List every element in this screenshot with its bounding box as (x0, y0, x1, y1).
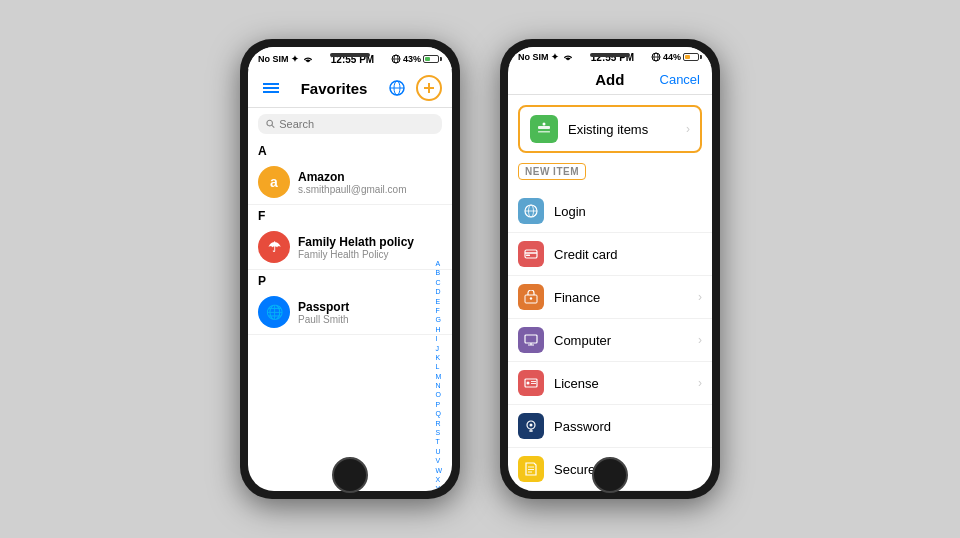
hamburger-icon (263, 82, 279, 94)
svg-point-31 (527, 382, 530, 385)
existing-icon (530, 115, 558, 143)
wifi-icon-2 (562, 53, 574, 62)
status-bar-1: No SIM ✦ 12:55 PM 43% (248, 47, 452, 69)
status-right-1: 43% (391, 54, 442, 64)
new-item-badge: NEW ITEM (518, 163, 586, 180)
search-input[interactable] (279, 118, 434, 130)
finance-chevron: › (698, 290, 702, 304)
status-left-2: No SIM ✦ (518, 52, 574, 62)
menu-item-password[interactable]: Password (508, 405, 712, 448)
svg-rect-17 (538, 131, 550, 133)
passport-sub: Paull Smith (298, 314, 442, 325)
wifi-icon (302, 55, 314, 64)
svg-point-11 (267, 120, 273, 126)
family-title: Family Helath policy (298, 235, 442, 249)
svg-rect-24 (526, 255, 530, 257)
login-icon (518, 198, 544, 224)
amazon-title: Amazon (298, 170, 442, 184)
status-left-1: No SIM ✦ (258, 54, 314, 64)
existing-chevron: › (686, 122, 690, 136)
creditcard-label: Credit card (554, 247, 702, 262)
home-button-1[interactable] (332, 457, 368, 493)
computer-chevron: › (698, 333, 702, 347)
battery-percent-2: 44% (663, 52, 681, 62)
menu-item-finance[interactable]: Finance › (508, 276, 712, 319)
securenote-label: Secure note (554, 462, 702, 477)
existing-label: Existing items (568, 122, 686, 137)
new-item-section: NEW ITEM (518, 161, 702, 184)
list-item-passport[interactable]: 🌐 Passport Paull Smith (248, 290, 452, 335)
status-time-1: 12:55 PM (331, 54, 374, 65)
computer-icon (518, 327, 544, 353)
finance-label: Finance (554, 290, 688, 305)
section-header-f: F (248, 205, 452, 225)
license-label: License (554, 376, 688, 391)
status-right-2: 44% (651, 52, 702, 62)
search-icon (266, 119, 275, 129)
section-header-a: A (248, 140, 452, 160)
globe-small-icon (391, 54, 401, 64)
menu-item-creditcard[interactable]: Credit card (508, 233, 712, 276)
status-bar-2: No SIM ✦ 12:55 PM 44% (508, 47, 712, 65)
status-time-2: 12:55 PM (591, 52, 634, 63)
nav-bar-1: Favorites (248, 69, 452, 108)
amazon-sub: s.smithpaull@gmail.com (298, 184, 442, 195)
creditcard-icon (518, 241, 544, 267)
avatar-passport: 🌐 (258, 296, 290, 328)
globe-small-icon-2 (651, 52, 661, 62)
license-icon (518, 370, 544, 396)
menu-item-login[interactable]: Login (508, 190, 712, 233)
phone1: No SIM ✦ 12:55 PM 43% (240, 39, 460, 499)
cancel-button[interactable]: Cancel (660, 72, 700, 87)
favorites-title: Favorites (301, 80, 368, 97)
plus-icon (423, 82, 435, 94)
menu-item-license[interactable]: License › (508, 362, 712, 405)
avatar-family: ☂ (258, 231, 290, 263)
menu-item-computer[interactable]: Computer › (508, 319, 712, 362)
no-sim-text: No SIM ✦ (258, 54, 299, 64)
existing-items-icon (536, 121, 552, 137)
password-label: Password (554, 419, 702, 434)
battery-icon-2 (683, 53, 702, 61)
license-chevron: › (698, 376, 702, 390)
svg-point-26 (530, 297, 532, 299)
globe-nav-icon (389, 80, 405, 96)
computer-label: Computer (554, 333, 688, 348)
family-sub: Family Health Policy (298, 249, 442, 260)
add-title: Add (595, 71, 624, 88)
svg-rect-16 (538, 126, 550, 129)
phone2: No SIM ✦ 12:55 PM 44% (500, 39, 720, 499)
avatar-amazon: a (258, 166, 290, 198)
section-header-p: P (248, 270, 452, 290)
alpha-index[interactable]: A B C D E F G H I J K L M N O P Q (435, 260, 442, 491)
svg-rect-22 (525, 250, 537, 258)
battery-icon-1 (423, 55, 442, 63)
svg-line-12 (272, 125, 274, 127)
finance-icon (518, 284, 544, 310)
list-item-family[interactable]: ☂ Family Helath policy Family Health Pol… (248, 225, 452, 270)
svg-point-35 (530, 424, 533, 427)
globe-button[interactable] (384, 75, 410, 101)
nav-icons-1 (384, 75, 442, 101)
favorites-list: A a Amazon s.smithpaull@gmail.com F ☂ (248, 140, 452, 491)
passport-title: Passport (298, 300, 442, 314)
menu-button[interactable] (258, 75, 284, 101)
home-button-2[interactable] (592, 457, 628, 493)
password-icon (518, 413, 544, 439)
list-item-amazon[interactable]: a Amazon s.smithpaull@gmail.com (248, 160, 452, 205)
svg-rect-27 (525, 335, 537, 343)
menu-list: Login Credit card (508, 190, 712, 491)
add-button[interactable] (416, 75, 442, 101)
securenote-icon (518, 456, 544, 482)
login-label: Login (554, 204, 702, 219)
battery-percent-1: 43% (403, 54, 421, 64)
existing-items-row[interactable]: Existing items › (518, 105, 702, 153)
nav-bar-2: Add Cancel (508, 65, 712, 95)
search-bar[interactable] (258, 114, 442, 134)
no-sim-text-2: No SIM ✦ (518, 52, 559, 62)
svg-point-18 (543, 123, 546, 126)
